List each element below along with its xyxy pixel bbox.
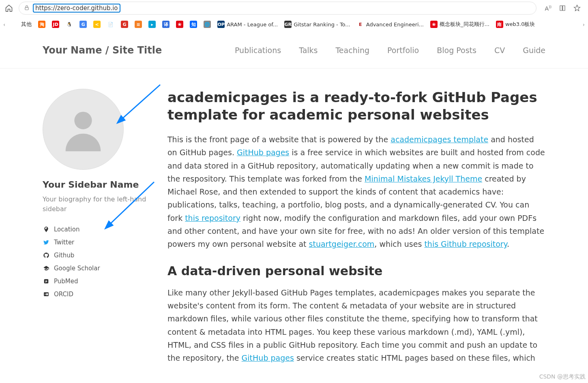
bookmark-bar: ‹ 其他淘JD🐧G<📄G≡▸译❀知🌐OPARAM - League of...G… — [0, 16, 588, 32]
bookmark-favicon: 🌐 — [204, 21, 211, 28]
person-icon — [57, 103, 109, 156]
github-icon — [43, 252, 50, 259]
sidebar-link-google-scholar[interactable]: Google Scholar — [43, 262, 148, 275]
bookmark-label: 概念板块_同花顺行... — [440, 21, 489, 28]
bookmark-item[interactable]: 🐧 — [66, 21, 73, 28]
bookmark-item[interactable]: 🌐 — [204, 21, 211, 28]
chevron-right-icon[interactable]: › — [583, 21, 585, 28]
bookmark-favicon — [12, 21, 19, 28]
link-this-github-repository[interactable]: this Github repository — [424, 240, 507, 248]
pin-icon — [43, 226, 50, 233]
bookmark-item[interactable]: JD — [52, 21, 59, 28]
bookmark-item[interactable]: 南web3.0板块 — [496, 21, 535, 28]
nav-item-guide[interactable]: Guide — [523, 46, 545, 55]
bookmark-favicon: GR — [284, 21, 292, 28]
bookmark-item[interactable]: G — [79, 21, 87, 28]
avatar — [43, 89, 124, 170]
link-github-pages[interactable]: GitHub pages — [237, 148, 289, 157]
twitter-icon — [43, 239, 50, 246]
bookmark-favicon: < — [93, 21, 101, 28]
main-content: academicpages is a ready-to-fork GitHub … — [167, 89, 545, 372]
nav-item-blog-posts[interactable]: Blog Posts — [437, 46, 476, 55]
nav-item-teaching[interactable]: Teaching — [335, 46, 369, 55]
link-this-repository[interactable]: this repository — [185, 214, 240, 223]
link-stuartgeiger[interactable]: stuartgeiger.com — [309, 240, 375, 248]
orcid-icon — [43, 291, 50, 298]
bookmark-favicon: 译 — [162, 21, 170, 28]
bookmark-favicon: 📄 — [107, 21, 114, 28]
sidebar-link-github[interactable]: Github — [43, 249, 148, 262]
svg-point-1 — [74, 112, 92, 129]
link-academicpages-template[interactable]: academicpages template — [391, 135, 488, 144]
sidebar-link-twitter[interactable]: Twitter — [43, 236, 148, 249]
bookmark-item[interactable]: < — [93, 21, 101, 28]
home-icon — [5, 4, 13, 12]
reading-icon[interactable] — [559, 4, 566, 12]
link-github-pages-2[interactable]: GitHub pages — [242, 353, 294, 362]
url-text[interactable]: https://zero-coder.github.io — [33, 4, 120, 13]
sidebar-link-location[interactable]: Location — [43, 223, 148, 236]
sidebar-link-label: Location — [54, 226, 79, 233]
svg-text:P: P — [45, 280, 47, 283]
bookmark-favicon: 淘 — [38, 21, 45, 28]
scholar-icon — [43, 265, 50, 272]
sidebar-link-pubmed[interactable]: PPubMed — [43, 275, 148, 288]
body-paragraph: Like many other Jekyll-based GitHub Page… — [167, 286, 545, 365]
sidebar-link-label: Google Scholar — [54, 265, 100, 272]
read-aloud-icon[interactable]: A)) — [545, 5, 552, 12]
bookmark-favicon: 南 — [496, 21, 503, 28]
browser-toolbar: https://zero-coder.github.io A)) — [0, 0, 588, 16]
bookmark-label: Gitstar Ranking - To... — [294, 21, 350, 28]
bookmark-item[interactable]: G — [121, 21, 128, 28]
bookmark-item[interactable]: ≡ — [135, 21, 142, 28]
sidebar: Your Sidebar Name Your biography for the… — [43, 89, 148, 372]
nav-item-publications[interactable]: Publications — [235, 46, 281, 55]
bookmark-favicon: G — [121, 21, 128, 28]
bookmark-item[interactable]: ▸ — [148, 21, 156, 28]
bookmark-item[interactable]: EAdvanced Engineeri... — [357, 21, 424, 28]
svg-rect-0 — [25, 7, 28, 10]
bookmark-label: web3.0板块 — [505, 21, 535, 28]
bookmark-label: 其他 — [21, 21, 32, 28]
url-bar[interactable]: https://zero-coder.github.io — [19, 2, 536, 15]
bookmark-item[interactable]: 知 — [190, 21, 197, 28]
bookmark-item[interactable]: OPARAM - League of... — [217, 21, 278, 28]
site-header: Your Name / Site Title PublicationsTalks… — [0, 32, 588, 68]
home-button[interactable] — [3, 2, 15, 14]
bookmark-item[interactable]: 译 — [162, 21, 170, 28]
bookmark-favicon: 🐧 — [66, 21, 73, 28]
bookmark-favicon: ▸ — [148, 21, 156, 28]
bookmark-label: Advanced Engineeri... — [366, 21, 424, 28]
chevron-left-icon[interactable]: ‹ — [3, 21, 5, 28]
bookmark-item[interactable]: 其他 — [12, 21, 32, 28]
nav-item-talks[interactable]: Talks — [299, 46, 318, 55]
link-minimal-mistakes[interactable]: Minimal Mistakes Jekyll Theme — [365, 174, 482, 183]
bookmark-favicon: E — [357, 21, 364, 28]
bookmark-item[interactable]: ❀概念板块_同花顺行... — [430, 21, 489, 28]
site-title[interactable]: Your Name / Site Title — [43, 45, 162, 56]
bookmark-favicon: ≡ — [135, 21, 142, 28]
bookmark-item[interactable]: 📄 — [107, 21, 114, 28]
pubmed-icon: P — [43, 278, 50, 285]
nav-item-cv[interactable]: CV — [494, 46, 505, 55]
sidebar-link-label: Twitter — [54, 239, 74, 246]
bookmark-item[interactable]: ❀ — [176, 21, 183, 28]
page-title: academicpages is a ready-to-fork GitHub … — [167, 89, 545, 123]
browser-actions: A)) — [541, 4, 585, 12]
sidebar-link-orcid[interactable]: ORCID — [43, 288, 148, 301]
bookmark-favicon: ❀ — [430, 21, 438, 28]
sidebar-links: LocationTwitterGithubGoogle ScholarPPubM… — [43, 223, 148, 301]
sidebar-bio: Your biography for the left-hand sidebar — [43, 195, 148, 214]
bookmark-item[interactable]: 淘 — [38, 21, 45, 28]
bookmark-favicon: JD — [52, 21, 59, 28]
favorite-icon[interactable] — [573, 4, 581, 12]
svg-rect-6 — [46, 293, 48, 295]
lock-icon — [24, 4, 30, 12]
bookmark-item[interactable]: GRGitstar Ranking - To... — [284, 21, 350, 28]
nav-item-portfolio[interactable]: Portfolio — [387, 46, 419, 55]
sidebar-link-label: ORCID — [54, 291, 73, 298]
sidebar-link-label: PubMed — [54, 278, 78, 285]
bookmark-favicon: 知 — [190, 21, 197, 28]
sidebar-link-label: Github — [54, 252, 74, 259]
intro-paragraph: This is the front page of a website that… — [167, 133, 545, 251]
